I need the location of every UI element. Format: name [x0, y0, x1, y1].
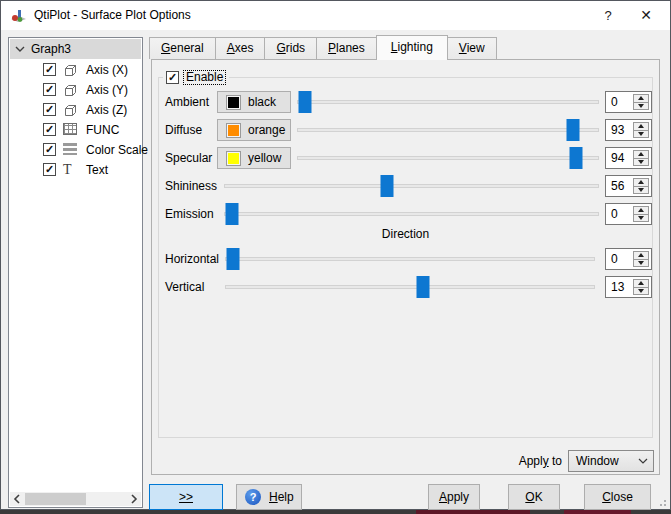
spin-down-button[interactable] — [634, 102, 648, 109]
horizontal-slider[interactable] — [225, 257, 595, 261]
scroll-left-button[interactable] — [10, 492, 25, 506]
scroll-thumb[interactable] — [25, 493, 86, 505]
window-title: QtiPlot - Surface Plot Options — [34, 1, 191, 30]
tab-planes[interactable]: Planes — [316, 37, 377, 59]
close-icon[interactable]: ✕ — [628, 1, 664, 30]
enable-checkbox[interactable]: ✓ Enable — [163, 69, 229, 85]
horizontal-label: Horizontal — [165, 248, 219, 270]
tree-item-label: FUNC — [86, 120, 119, 140]
slider-handle[interactable] — [381, 175, 394, 197]
resize-grip[interactable] — [656, 496, 666, 506]
help-button[interactable]: ? Help — [236, 484, 302, 510]
text-icon: T — [63, 163, 79, 177]
spin-down-button[interactable] — [634, 214, 648, 221]
ambient-label: Ambient — [165, 91, 209, 113]
ok-button[interactable]: OK — [508, 484, 560, 510]
shininess-label: Shininess — [165, 175, 217, 197]
tab-axes[interactable]: Axes — [215, 37, 266, 59]
spin-down-button[interactable] — [634, 186, 648, 193]
slider-handle[interactable] — [567, 119, 580, 141]
shininess-row: Shininess 56 — [152, 175, 659, 197]
vertical-row: Vertical 13 — [152, 276, 659, 298]
slider-handle[interactable] — [226, 248, 239, 270]
tab-lighting[interactable]: Lighting — [376, 35, 448, 60]
title-bar[interactable]: QtiPlot - Surface Plot Options ? ✕ — [1, 1, 670, 30]
vertical-slider[interactable] — [225, 285, 595, 289]
diffuse-color-button[interactable]: orange — [217, 119, 291, 141]
tree-item-label: Axis (X) — [86, 60, 128, 80]
shininess-spinbox[interactable]: 56 — [605, 175, 652, 197]
checkbox[interactable]: ✓ — [43, 63, 56, 76]
slider-handle[interactable] — [416, 276, 429, 298]
spin-buttons — [633, 251, 649, 267]
diffuse-row: Diffuse orange 93 — [152, 119, 659, 141]
apply-button[interactable]: Apply — [428, 484, 480, 510]
checkbox[interactable]: ✓ — [43, 163, 56, 176]
screen: QtiPlot - Surface Plot Options ? ✕ Graph… — [0, 0, 671, 514]
color-swatch — [226, 151, 241, 166]
shininess-slider[interactable] — [224, 184, 599, 188]
spin-down-button[interactable] — [634, 259, 648, 266]
tree-item-text[interactable]: ✓ T Text — [10, 160, 141, 180]
spin-buttons — [633, 122, 649, 138]
tree-root-item[interactable]: Graph3 — [10, 39, 141, 59]
checkbox[interactable]: ✓ — [43, 83, 56, 96]
tab-bar: General Axes Grids Planes Lighting View — [149, 35, 497, 60]
spin-buttons — [633, 178, 649, 194]
checkbox[interactable]: ✓ — [43, 143, 56, 156]
apply-to-label: Apply to — [412, 450, 562, 472]
tab-general[interactable]: General — [149, 37, 216, 59]
ambient-row: Ambient black 0 — [152, 91, 659, 113]
checkbox[interactable]: ✓ — [43, 123, 56, 136]
spin-down-button[interactable] — [634, 158, 648, 165]
tree-item-label: Text — [86, 160, 108, 180]
color-scale-icon — [63, 143, 79, 157]
scroll-right-button[interactable] — [126, 492, 141, 506]
diffuse-label: Diffuse — [165, 119, 202, 141]
tree-item-color-scale[interactable]: ✓ Color Scale — [10, 140, 141, 160]
specular-row: Specular yellow 94 — [152, 147, 659, 169]
help-icon: ? — [245, 489, 261, 505]
tab-view[interactable]: View — [447, 37, 497, 59]
ambient-slider[interactable] — [297, 100, 599, 104]
enable-label: Enable — [183, 70, 226, 85]
specular-spinbox[interactable]: 94 — [605, 147, 652, 169]
apply-to-value: Window — [576, 451, 619, 471]
close-button[interactable]: Close — [584, 484, 651, 510]
emission-spinbox[interactable]: 0 — [605, 203, 652, 225]
titlebar-help-button[interactable]: ? — [590, 1, 626, 30]
specular-slider[interactable] — [297, 156, 599, 160]
spin-buttons — [633, 206, 649, 222]
grid-icon — [63, 123, 79, 137]
tree-hscrollbar[interactable] — [10, 492, 141, 506]
horizontal-spinbox[interactable]: 0 — [605, 248, 652, 270]
tree-item-axis-z[interactable]: ✓ Axis (Z) — [10, 100, 141, 120]
slider-handle[interactable] — [298, 91, 311, 113]
spin-down-button[interactable] — [634, 130, 648, 137]
vertical-label: Vertical — [165, 276, 204, 298]
ambient-color-button[interactable]: black — [217, 91, 291, 113]
specular-color-button[interactable]: yellow — [217, 147, 291, 169]
apply-to-select[interactable]: Window — [568, 450, 654, 472]
tree-item-axis-x[interactable]: ✓ Axis (X) — [10, 60, 141, 80]
checkbox[interactable]: ✓ — [43, 103, 56, 116]
spin-down-button[interactable] — [634, 287, 648, 294]
slider-handle[interactable] — [570, 147, 583, 169]
tree-item-label: Axis (Z) — [86, 100, 127, 120]
ambient-spinbox[interactable]: 0 — [605, 91, 652, 113]
expand-tree-button[interactable]: >> — [149, 484, 223, 510]
diffuse-spinbox[interactable]: 93 — [605, 119, 652, 141]
tree-item-func[interactable]: ✓ FUNC — [10, 120, 141, 140]
vertical-spinbox[interactable]: 13 — [605, 276, 652, 298]
spin-buttons — [633, 279, 649, 295]
slider-handle[interactable] — [225, 203, 238, 225]
chevron-down-icon[interactable] — [14, 43, 26, 55]
tab-grids[interactable]: Grids — [264, 37, 317, 59]
direction-title: Direction — [158, 227, 653, 241]
diffuse-slider[interactable] — [297, 128, 599, 132]
color-swatch — [226, 123, 241, 138]
checkbox[interactable]: ✓ — [166, 71, 179, 84]
emission-slider[interactable] — [224, 212, 599, 216]
lighting-tab-panel: ✓ Enable Ambient black 0 — [151, 59, 660, 475]
tree-item-axis-y[interactable]: ✓ Axis (Y) — [10, 80, 141, 100]
